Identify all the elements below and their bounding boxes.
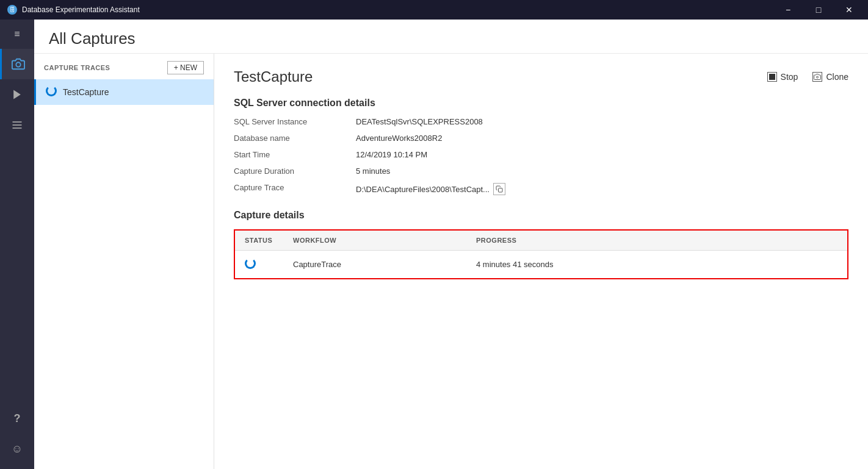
minimize-button[interactable]: − xyxy=(774,0,802,20)
page-title: All Captures xyxy=(49,29,853,48)
sidebar-item-replay[interactable] xyxy=(0,79,34,110)
sidebar-item-analysis[interactable] xyxy=(0,110,34,140)
field-value-1: AdventureWorks2008R2 xyxy=(356,134,848,143)
content-area: All Captures CAPTURE TRACES + NEW TestCa… xyxy=(34,20,868,469)
new-capture-button[interactable]: + NEW xyxy=(167,61,204,74)
analysis-icon xyxy=(11,119,23,131)
field-label-2: Start Time xyxy=(234,150,356,159)
clone-button[interactable]: Clone xyxy=(812,72,848,82)
table-row: CaptureTrace 4 minutes 41 seconds xyxy=(234,251,848,279)
field-value-0: DEATestSqlSvr\SQLEXPRESS2008 xyxy=(356,117,848,126)
svg-marker-1 xyxy=(13,90,21,99)
stop-icon xyxy=(767,72,777,82)
sidebar-item-feedback[interactable]: ☺ xyxy=(0,434,34,464)
app-icon: 🗄 xyxy=(7,5,17,15)
sidebar: ≡ xyxy=(0,20,34,469)
spinning-icon xyxy=(46,85,57,96)
stop-label: Stop xyxy=(781,72,798,82)
sidebar-item-capture[interactable] xyxy=(0,49,34,79)
clone-icon xyxy=(812,72,822,82)
hamburger-menu[interactable]: ≡ xyxy=(0,20,34,49)
col-status: STATUS xyxy=(234,230,283,251)
capture-details-section: Capture details STATUS WORKFLOW PROGRESS xyxy=(234,210,848,279)
page-header: All Captures xyxy=(34,20,868,54)
row-progress: 4 minutes 41 seconds xyxy=(466,251,848,279)
field-value-3: 5 minutes xyxy=(356,166,848,176)
detail-grid: SQL Server Instance DEATestSqlSvr\SQLEXP… xyxy=(234,117,848,195)
camera-clone-icon xyxy=(814,73,821,81)
field-label-4: Capture Trace xyxy=(234,183,356,195)
detail-actions: Stop Clone xyxy=(767,72,848,82)
app-body: ≡ xyxy=(0,20,868,469)
detail-title-text: TestCapture xyxy=(234,68,313,85)
panel-section-label: CAPTURE TRACES xyxy=(44,64,110,71)
copy-icon xyxy=(496,185,503,193)
camera-icon xyxy=(12,57,25,71)
row-status xyxy=(234,251,283,279)
detail-header: TestCapture Stop xyxy=(234,68,848,85)
sql-section-title: SQL Server connection details xyxy=(234,98,848,109)
svg-rect-7 xyxy=(498,188,502,193)
panel-header: CAPTURE TRACES + NEW xyxy=(34,54,214,79)
titlebar: 🗄 Database Experimentation Assistant − □… xyxy=(0,0,868,20)
col-workflow: WORKFLOW xyxy=(283,230,466,251)
feedback-icon: ☺ xyxy=(12,443,23,456)
field-label-0: SQL Server Instance xyxy=(234,117,356,126)
field-label-3: Capture Duration xyxy=(234,166,356,176)
capture-details-table: STATUS WORKFLOW PROGRESS CaptureTrace xyxy=(234,229,848,279)
copy-path-button[interactable] xyxy=(493,183,505,195)
app-title: Database Experimentation Assistant xyxy=(22,5,140,14)
close-button[interactable]: ✕ xyxy=(835,0,863,20)
play-icon xyxy=(11,88,23,101)
row-status-icon xyxy=(245,258,256,269)
svg-point-0 xyxy=(16,62,20,66)
col-progress: PROGRESS xyxy=(466,230,848,251)
field-value-4: D:\DEA\CaptureFiles\2008\TestCapt... xyxy=(356,183,848,195)
list-item[interactable]: TestCapture xyxy=(34,79,214,105)
field-label-1: Database name xyxy=(234,134,356,143)
table-body: CaptureTrace 4 minutes 41 seconds xyxy=(234,251,848,279)
clone-label: Clone xyxy=(826,72,848,82)
capture-item-icon xyxy=(46,85,57,99)
hamburger-icon: ≡ xyxy=(14,29,20,40)
sidebar-item-help[interactable]: ? xyxy=(0,403,34,434)
row-workflow: CaptureTrace xyxy=(283,251,466,279)
stop-button[interactable]: Stop xyxy=(767,72,798,82)
table-header-row: STATUS WORKFLOW PROGRESS xyxy=(234,230,848,251)
titlebar-controls: − □ ✕ xyxy=(774,0,863,20)
capture-details-title: Capture details xyxy=(234,210,848,221)
titlebar-left: 🗄 Database Experimentation Assistant xyxy=(7,5,140,15)
table-header: STATUS WORKFLOW PROGRESS xyxy=(234,230,848,251)
sidebar-bottom: ? ☺ xyxy=(0,403,34,469)
stop-square-icon xyxy=(769,74,775,80)
left-panel: CAPTURE TRACES + NEW TestCapture xyxy=(34,54,214,469)
maximize-button[interactable]: □ xyxy=(805,0,833,20)
sidebar-top: ≡ xyxy=(0,20,34,140)
right-panel: TestCapture Stop xyxy=(214,54,868,469)
main-content: CAPTURE TRACES + NEW TestCapture TestCap… xyxy=(34,54,868,469)
svg-rect-5 xyxy=(769,74,775,80)
svg-point-6 xyxy=(817,76,819,78)
field-value-2: 12/4/2019 10:14 PM xyxy=(356,150,848,159)
help-icon: ? xyxy=(14,412,21,425)
capture-item-label: TestCapture xyxy=(63,87,109,97)
